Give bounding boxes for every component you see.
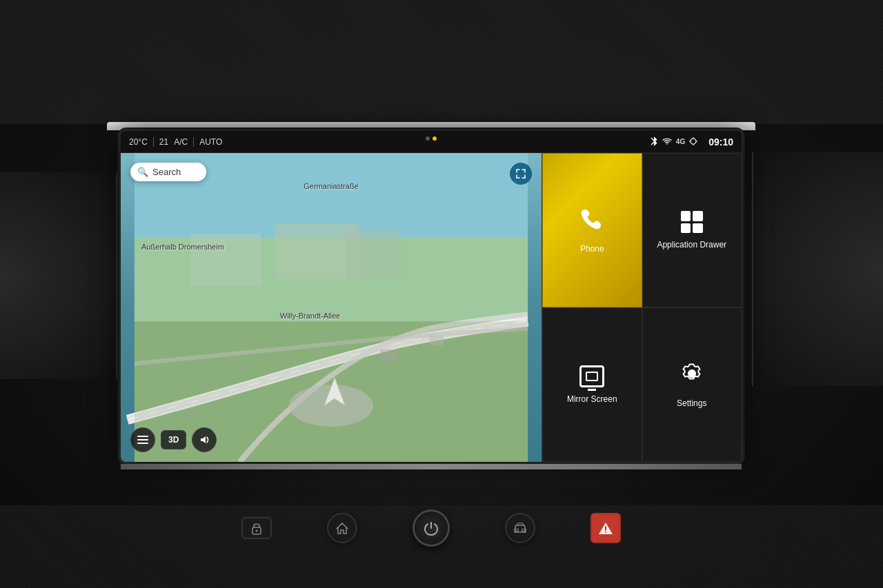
app-drawer-label: Application Drawer [657, 240, 726, 250]
grid-cell-4 [693, 223, 703, 234]
time-display: 09:10 [708, 136, 733, 148]
grid-cell-2 [693, 211, 703, 221]
divider [153, 137, 154, 147]
phone-label: Phone [580, 244, 604, 254]
screen-content: 20°C 21 A/C AUTO [121, 131, 742, 462]
map-search-bar[interactable]: 🔍 Search [130, 163, 206, 181]
svg-rect-18 [137, 439, 148, 440]
svg-point-21 [256, 530, 258, 532]
mirror-screen-menu-item[interactable]: Mirror Screen [542, 307, 642, 462]
status-right: 4G 09:10 [650, 136, 733, 148]
svg-rect-11 [190, 234, 261, 286]
car-interior: 20°C 21 A/C AUTO [0, 0, 883, 588]
map-roads-svg [121, 153, 542, 462]
mirror-screen-icon [579, 365, 604, 387]
settings-menu-item[interactable]: Settings [642, 307, 742, 462]
menu-button[interactable] [130, 427, 155, 452]
grid-cell-1 [681, 211, 691, 221]
ac-label: A/C [174, 137, 188, 147]
temperature-display: 20°C 21 A/C AUTO [129, 137, 222, 147]
street-label-1: Germaniastraße [304, 182, 358, 190]
screen-trim-top [107, 122, 755, 130]
status-bar: 20°C 21 A/C AUTO [121, 131, 742, 153]
street-label-2: Außerhalb Dromersheim [141, 243, 224, 251]
svg-rect-10 [345, 230, 401, 279]
mirror-screen-label: Mirror Screen [567, 394, 617, 404]
svg-point-1 [691, 139, 696, 144]
mode-label: AUTO [199, 137, 222, 147]
map-background: 🔍 Search [121, 153, 542, 462]
fan-level: 21 [159, 137, 168, 147]
lte-icon: 4G [676, 138, 685, 145]
lock-button[interactable] [241, 517, 272, 539]
grid-cell-3 [681, 223, 691, 234]
street-label-3: Willy-Brandt-Allee [280, 312, 340, 320]
mirror-inner [586, 372, 598, 381]
dot-1 [426, 136, 430, 141]
dot-2 [433, 136, 437, 141]
navigation-panel[interactable]: 🔍 Search [121, 153, 542, 462]
car-lock-button[interactable] [505, 513, 535, 543]
main-content: 🔍 Search [121, 153, 742, 462]
screen-trim-bottom [121, 464, 742, 469]
infotainment-screen: 20°C 21 A/C AUTO [121, 131, 742, 462]
screen-dots [426, 136, 437, 141]
phone-menu-item[interactable]: Phone [542, 153, 642, 307]
svg-point-24 [605, 531, 606, 533]
volume-button[interactable] [192, 427, 217, 452]
app-drawer-icon [681, 211, 703, 233]
dash-left-panel [0, 172, 117, 379]
hardware-controls [121, 509, 742, 547]
search-label: Search [152, 167, 181, 177]
bluetooth-icon [650, 136, 658, 148]
temperature-value: 20°C [129, 137, 148, 147]
svg-rect-17 [137, 436, 148, 437]
dash-right-panel [752, 152, 883, 386]
carbon-texture-top [0, 0, 883, 124]
svg-point-23 [522, 529, 525, 531]
app-drawer-menu-item[interactable]: Application Drawer [642, 153, 742, 307]
phone-icon [579, 207, 604, 237]
quick-menu-panel: Phone Application Drawer [542, 153, 742, 462]
3d-toggle[interactable]: 3D [161, 430, 186, 449]
map-expand-button[interactable] [510, 163, 532, 185]
status-icons: 4G [650, 136, 697, 148]
power-button[interactable] [413, 509, 450, 547]
wifi-icon [662, 137, 672, 146]
hazard-button[interactable] [591, 513, 621, 543]
settings-label: Settings [677, 398, 706, 408]
gps-icon [689, 137, 697, 147]
home-button[interactable] [327, 513, 357, 543]
settings-icon [679, 361, 704, 392]
svg-point-22 [516, 529, 519, 531]
svg-point-0 [666, 143, 668, 145]
map-controls: 3D [130, 427, 217, 452]
svg-rect-19 [137, 443, 148, 444]
divider2 [193, 137, 194, 147]
status-left: 20°C 21 A/C AUTO [129, 137, 222, 147]
search-icon: 🔍 [137, 167, 148, 177]
